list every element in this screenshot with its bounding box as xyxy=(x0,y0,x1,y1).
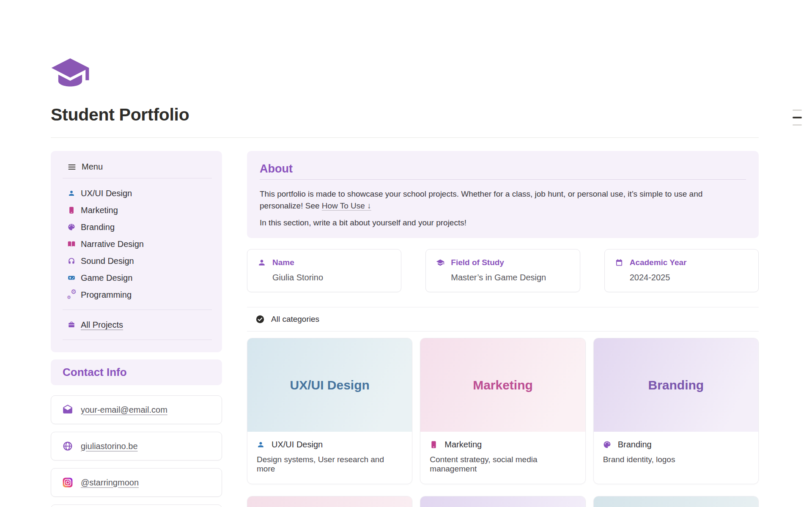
headphones-icon xyxy=(68,257,75,265)
sidebar: Menu UX/UI Design Marketing Branding xyxy=(51,151,222,507)
header-divider xyxy=(51,137,759,138)
contact-info-header: Contact Info xyxy=(51,359,222,385)
contact-link-label: your-email@email.com xyxy=(81,405,167,415)
sidebar-item-uxui-design[interactable]: UX/UI Design xyxy=(63,185,212,202)
category-card-description: Brand identity, logos xyxy=(603,455,749,464)
category-card-label-row: Marketing xyxy=(430,440,576,449)
category-cards-row-2 xyxy=(247,496,759,507)
filter-label: All categories xyxy=(271,315,319,324)
about-title: About xyxy=(260,162,746,175)
graduation-cap-icon xyxy=(51,58,759,90)
category-card-partial[interactable] xyxy=(247,496,412,507)
info-card-header: Academic Year xyxy=(615,258,748,267)
category-card-body: Branding Brand identity, logos xyxy=(594,432,758,474)
contact-link-website[interactable]: giuliastorino.be xyxy=(51,432,222,460)
info-card-header: Name xyxy=(258,258,391,267)
contact-link-label: giuliastorino.be xyxy=(81,441,138,451)
category-card-cover: UX/UI Design xyxy=(247,338,412,432)
info-card-name: Name Giulia Storino xyxy=(247,249,401,292)
contact-link-instagram[interactable]: @starringmoon xyxy=(51,468,222,497)
category-card-cover xyxy=(594,496,758,507)
category-card-marketing[interactable]: Marketing Marketing Content strategy, so… xyxy=(420,338,585,484)
table-of-contents-control[interactable] xyxy=(793,110,802,126)
sidebar-item-narrative-design[interactable]: Narrative Design xyxy=(63,236,212,252)
palette-icon xyxy=(68,223,75,231)
sidebar-item-all-projects[interactable]: All Projects xyxy=(63,316,212,333)
category-card-branding[interactable]: Branding Branding Brand identity, logos xyxy=(593,338,759,484)
info-card-value: Giulia Storino xyxy=(272,273,391,282)
info-card-value: Master’s in Game Design xyxy=(451,273,569,282)
calendar-icon xyxy=(615,258,623,267)
menu-title: Menu xyxy=(82,162,103,172)
sidebar-item-label: All Projects xyxy=(81,320,123,330)
check-circle-icon xyxy=(255,315,265,324)
category-card-cover xyxy=(420,496,585,507)
graduation-cap-icon xyxy=(436,258,444,267)
all-categories-filter[interactable]: All categories xyxy=(247,307,759,332)
category-card-uxui-design[interactable]: UX/UI Design UX/UI Design Design systems… xyxy=(247,338,412,484)
category-card-cover: Branding xyxy=(594,338,758,432)
palette-icon xyxy=(603,441,611,449)
category-card-cover: Marketing xyxy=(420,338,585,432)
profile-info-row: Name Giulia Storino Field of Study Maste… xyxy=(247,249,759,292)
info-card-value: 2024-2025 xyxy=(630,273,748,282)
sidebar-item-label: Branding xyxy=(81,222,115,232)
menu-header: Menu xyxy=(63,162,212,172)
sidebar-item-label: Sound Design xyxy=(81,256,134,266)
category-card-label-row: UX/UI Design xyxy=(257,440,403,449)
info-card-label: Academic Year xyxy=(630,258,687,267)
email-icon xyxy=(62,404,73,415)
menu-divider xyxy=(63,340,212,340)
contact-info-title: Contact Info xyxy=(63,366,127,378)
contact-link-linkedin[interactable]: in Giulia Storino xyxy=(51,504,222,507)
category-cards-row-1: UX/UI Design UX/UI Design Design systems… xyxy=(247,338,759,484)
contact-link-email[interactable]: your-email@email.com xyxy=(51,395,222,424)
menu-card: Menu UX/UI Design Marketing Branding xyxy=(51,151,222,352)
category-card-description: Content strategy, social media managemen… xyxy=(430,455,576,474)
smartphone-icon xyxy=(430,441,438,449)
category-card-label-row: Branding xyxy=(603,440,749,449)
smartphone-icon xyxy=(68,206,75,214)
person-icon xyxy=(258,258,266,267)
about-section: About This portfolio is made to showcase… xyxy=(247,151,759,238)
info-card-header: Field of Study xyxy=(436,258,569,267)
category-card-title: UX/UI Design xyxy=(290,378,369,392)
category-card-body: Marketing Content strategy, social media… xyxy=(420,432,585,484)
about-paragraph-2: In this section, write a bit about yours… xyxy=(260,217,746,229)
category-card-title: Marketing xyxy=(473,378,533,392)
sidebar-item-game-design[interactable]: Game Design xyxy=(63,269,212,286)
info-card-label: Field of Study xyxy=(451,258,504,267)
category-card-title: Branding xyxy=(648,378,704,392)
how-to-use-link[interactable]: How To Use ↓ xyxy=(322,201,371,210)
page-title: Student Portfolio xyxy=(51,105,759,125)
briefcase-icon xyxy=(68,321,75,329)
person-icon xyxy=(257,441,265,449)
toc-bar xyxy=(793,124,802,126)
category-card-partial[interactable] xyxy=(420,496,585,507)
sidebar-item-marketing[interactable]: Marketing xyxy=(63,202,212,219)
sidebar-item-branding[interactable]: Branding xyxy=(63,219,212,236)
contact-link-label: @starringmoon xyxy=(81,478,139,488)
sidebar-item-programming[interactable]: ⚙⚙ Programming xyxy=(63,286,212,303)
about-divider xyxy=(260,179,746,180)
sidebar-item-label: Narrative Design xyxy=(81,239,144,249)
info-card-academic-year: Academic Year 2024-2025 xyxy=(604,249,759,292)
category-card-partial[interactable] xyxy=(593,496,759,507)
instagram-icon xyxy=(62,477,73,488)
gamepad-icon xyxy=(68,274,75,282)
category-card-label: Marketing xyxy=(444,440,482,449)
info-card-label: Name xyxy=(272,258,294,267)
category-card-label: Branding xyxy=(618,440,652,449)
category-card-cover xyxy=(247,496,412,507)
about-paragraph-1: This portfolio is made to showcase your … xyxy=(260,188,746,212)
toc-bar-active xyxy=(793,117,802,118)
sidebar-item-sound-design[interactable]: Sound Design xyxy=(63,252,212,269)
menu-divider xyxy=(63,310,212,310)
open-book-icon xyxy=(68,240,75,248)
globe-icon xyxy=(62,441,73,452)
sidebar-item-label: Programming xyxy=(81,290,132,300)
gears-icon: ⚙⚙ xyxy=(68,291,75,299)
info-card-field-of-study: Field of Study Master’s in Game Design xyxy=(425,249,580,292)
category-card-label: UX/UI Design xyxy=(272,440,323,449)
main-content: About This portfolio is made to showcase… xyxy=(247,151,759,507)
